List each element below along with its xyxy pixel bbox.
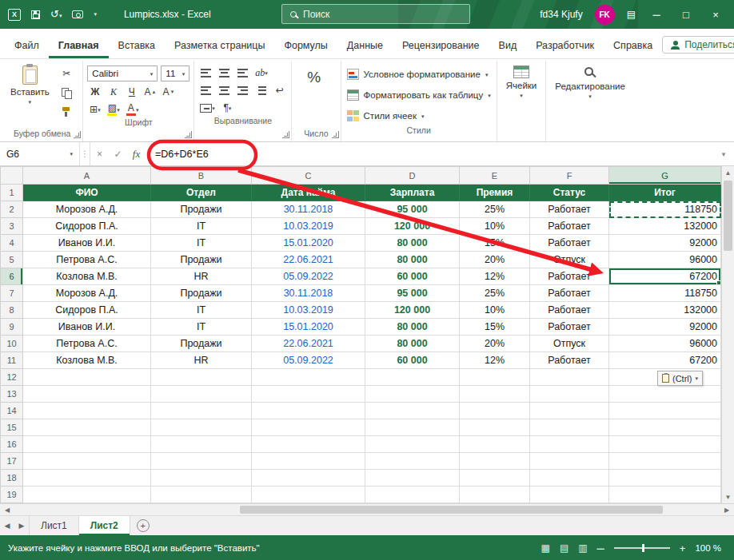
cell[interactable]: Иванов И.И. xyxy=(23,235,151,252)
formula-bar-splitter[interactable]: ⋮ xyxy=(80,142,90,165)
cell[interactable]: Продажи xyxy=(151,201,252,218)
sheet-tab[interactable]: Лист1 xyxy=(30,516,79,535)
cell[interactable] xyxy=(460,487,530,503)
cell[interactable] xyxy=(460,453,530,470)
row-header[interactable]: 3 xyxy=(1,218,23,235)
cell[interactable]: 15.01.2020 xyxy=(252,235,365,252)
cell[interactable]: 15% xyxy=(460,319,530,336)
decrease-font-button[interactable]: А▼ xyxy=(161,85,176,99)
cell[interactable] xyxy=(460,419,530,436)
cell[interactable] xyxy=(609,419,721,436)
cell[interactable] xyxy=(609,403,721,419)
horizontal-scroll-track[interactable] xyxy=(14,504,720,515)
cell[interactable]: Петрова А.С. xyxy=(23,336,151,352)
font-size-select[interactable]: 11▾ xyxy=(161,66,189,81)
cell[interactable]: 30.11.2018 xyxy=(252,201,365,218)
cell[interactable]: 132000 xyxy=(609,218,721,235)
row-header[interactable]: 12 xyxy=(1,369,23,386)
align-center-button[interactable] xyxy=(217,83,232,97)
cell[interactable] xyxy=(23,436,151,453)
cell[interactable] xyxy=(365,403,460,419)
cell[interactable] xyxy=(151,419,252,436)
editing-button[interactable]: Редактирование ▾ xyxy=(550,62,630,98)
row-header[interactable]: 17 xyxy=(1,453,23,470)
cell[interactable] xyxy=(460,403,530,419)
cell[interactable] xyxy=(530,403,609,419)
column-header[interactable]: D xyxy=(365,167,460,185)
insert-function-button[interactable]: fx xyxy=(127,142,146,165)
expand-formula-bar-icon[interactable]: ▾ xyxy=(713,142,734,165)
cell[interactable] xyxy=(252,470,365,487)
copy-button[interactable] xyxy=(59,85,74,100)
format-as-table-button[interactable]: Форматировать как таблицу▾ xyxy=(345,86,493,104)
cell[interactable] xyxy=(365,386,460,403)
cell[interactable]: Сидоров П.А. xyxy=(23,302,151,319)
row-header[interactable]: 2 xyxy=(1,201,23,218)
maximize-button[interactable]: □ xyxy=(677,9,695,21)
row-header[interactable]: 13 xyxy=(1,386,23,403)
minimize-button[interactable]: ─ xyxy=(648,9,665,21)
share-button[interactable]: Поделиться xyxy=(662,36,734,54)
row-header[interactable]: 5 xyxy=(1,252,23,268)
horizontal-scrollbar[interactable]: ◀ ▶ xyxy=(0,503,734,515)
cells-button[interactable]: Ячейки ▾ xyxy=(501,62,542,97)
ribbon-tab[interactable]: Файл xyxy=(5,33,49,58)
cell[interactable] xyxy=(151,386,252,403)
cell[interactable]: Работает xyxy=(530,268,609,285)
row-header[interactable]: 9 xyxy=(1,319,23,336)
page-layout-view-icon[interactable]: ▤ xyxy=(560,542,568,554)
undo-button[interactable]: ↺▾ xyxy=(50,9,62,20)
cell[interactable]: 96000 xyxy=(609,252,721,268)
cell[interactable]: 95 000 xyxy=(365,201,460,218)
cell[interactable] xyxy=(365,436,460,453)
cell[interactable]: Отпуск xyxy=(530,336,609,352)
row-header[interactable]: 16 xyxy=(1,436,23,453)
cell[interactable]: 10.03.2019 xyxy=(252,302,365,319)
cell[interactable] xyxy=(151,436,252,453)
customize-toolbar-icon[interactable]: ▾ xyxy=(94,11,97,18)
column-header[interactable]: C xyxy=(252,167,365,185)
row-header[interactable]: 19 xyxy=(1,487,23,503)
normal-view-icon[interactable]: ▦ xyxy=(541,542,550,554)
camera-icon[interactable] xyxy=(72,10,83,18)
font-name-select[interactable]: Calibri▾ xyxy=(87,66,158,81)
cell[interactable]: 05.09.2022 xyxy=(252,352,365,369)
row-header[interactable]: 6 xyxy=(1,268,23,285)
cell[interactable]: Зарплата xyxy=(365,185,460,201)
cell[interactable]: Работает xyxy=(530,319,609,336)
cell[interactable]: 80 000 xyxy=(365,235,460,252)
cell[interactable] xyxy=(252,386,365,403)
cell[interactable]: 92000 xyxy=(609,319,721,336)
row-header[interactable]: 8 xyxy=(1,302,23,319)
underline-button[interactable]: Ч xyxy=(124,85,139,99)
cell[interactable]: IT xyxy=(151,319,252,336)
cell[interactable] xyxy=(609,453,721,470)
cell[interactable]: Козлова М.В. xyxy=(23,352,151,369)
row-header[interactable]: 7 xyxy=(1,285,23,302)
cell[interactable]: Сидоров П.А. xyxy=(23,218,151,235)
cell[interactable] xyxy=(23,386,151,403)
column-header[interactable]: E xyxy=(460,167,530,185)
zoom-slider-thumb[interactable] xyxy=(642,544,644,552)
cell[interactable] xyxy=(609,470,721,487)
zoom-in-button[interactable]: + xyxy=(680,542,686,554)
cancel-entry-button[interactable]: × xyxy=(90,142,109,165)
cell[interactable] xyxy=(151,470,252,487)
cell[interactable]: Морозов А.Д. xyxy=(23,201,151,218)
cell[interactable] xyxy=(365,369,460,386)
cell[interactable]: 25% xyxy=(460,201,530,218)
select-all-corner[interactable] xyxy=(1,167,23,185)
scroll-down-icon[interactable]: ▼ xyxy=(722,490,734,503)
cell[interactable] xyxy=(365,453,460,470)
cell[interactable]: 80 000 xyxy=(365,336,460,352)
cell[interactable]: Козлова М.В. xyxy=(23,268,151,285)
cell[interactable] xyxy=(530,487,609,503)
cell[interactable]: 96000 xyxy=(609,336,721,352)
cell[interactable]: Работает xyxy=(530,201,609,218)
scroll-up-icon[interactable]: ▲ xyxy=(722,166,734,179)
row-header[interactable]: 10 xyxy=(1,336,23,352)
cell[interactable] xyxy=(530,386,609,403)
row-header[interactable]: 1 xyxy=(1,185,23,201)
cell[interactable]: Премия xyxy=(460,185,530,201)
horizontal-scroll-thumb[interactable] xyxy=(240,506,663,514)
